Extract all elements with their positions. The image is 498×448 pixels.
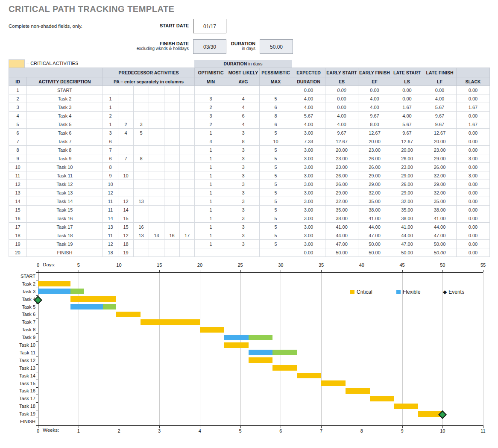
pa-cell[interactable]	[149, 180, 164, 189]
avg-cell[interactable]: 3	[227, 197, 260, 206]
pa-cell[interactable]	[180, 103, 195, 112]
max-cell[interactable]: 8	[260, 112, 292, 120]
pa-cell[interactable]	[118, 103, 134, 112]
pa-cell[interactable]	[180, 214, 195, 223]
pa-cell[interactable]: 19	[118, 248, 134, 257]
pa-cell[interactable]: 12	[103, 240, 118, 248]
avg-cell[interactable]: 3	[227, 206, 260, 214]
id-cell[interactable]: 18	[9, 231, 27, 240]
pa-cell[interactable]	[134, 180, 149, 189]
pa-cell[interactable]	[180, 206, 195, 214]
activity-cell[interactable]: Task 8	[27, 146, 103, 154]
pa-cell[interactable]: 9	[103, 171, 118, 180]
max-cell[interactable]: 5	[260, 180, 292, 189]
pa-cell[interactable]	[180, 112, 195, 120]
pa-cell[interactable]	[180, 189, 195, 197]
pa-cell[interactable]: 13	[134, 231, 149, 240]
pa-cell[interactable]	[164, 180, 180, 189]
pa-cell[interactable]: 1	[103, 103, 118, 112]
activity-cell[interactable]: Task 7	[27, 137, 103, 146]
activity-cell[interactable]: FINISH	[27, 248, 103, 257]
pa-cell[interactable]	[149, 206, 164, 214]
pa-cell[interactable]	[149, 223, 164, 231]
id-cell[interactable]: 14	[9, 197, 27, 206]
id-cell[interactable]: 4	[9, 112, 27, 120]
pa-cell[interactable]: 12	[118, 231, 134, 240]
pa-cell[interactable]	[149, 248, 164, 257]
min-cell[interactable]: 1	[195, 223, 227, 231]
min-cell[interactable]: 1	[195, 231, 227, 240]
pa-cell[interactable]	[164, 137, 180, 146]
pa-cell[interactable]	[118, 180, 134, 189]
pa-cell[interactable]	[118, 94, 134, 103]
pa-cell[interactable]: 11	[103, 206, 118, 214]
max-cell[interactable]: 5	[260, 129, 292, 137]
pa-cell[interactable]	[180, 137, 195, 146]
pa-cell[interactable]	[180, 223, 195, 231]
activity-cell[interactable]: Task 19	[27, 240, 103, 248]
min-cell[interactable]: 1	[195, 171, 227, 180]
activity-cell[interactable]: Task 13	[27, 189, 103, 197]
avg-cell[interactable]: 3	[227, 163, 260, 171]
pa-cell[interactable]	[180, 154, 195, 163]
pa-cell[interactable]	[164, 248, 180, 257]
id-cell[interactable]: 19	[9, 240, 27, 248]
pa-cell[interactable]	[149, 171, 164, 180]
pa-cell[interactable]	[180, 171, 195, 180]
pa-cell[interactable]: 17	[180, 231, 195, 240]
pa-cell[interactable]	[164, 197, 180, 206]
id-cell[interactable]: 6	[9, 129, 27, 137]
pa-cell[interactable]	[134, 103, 149, 112]
pa-cell[interactable]: 10	[103, 180, 118, 189]
pa-cell[interactable]	[149, 154, 164, 163]
pa-cell[interactable]	[118, 137, 134, 146]
pa-cell[interactable]	[118, 146, 134, 154]
pa-cell[interactable]	[164, 112, 180, 120]
pa-cell[interactable]: 12	[103, 189, 118, 197]
id-cell[interactable]: 12	[9, 180, 27, 189]
pa-cell[interactable]	[164, 129, 180, 137]
pa-cell[interactable]	[134, 112, 149, 120]
pa-cell[interactable]	[180, 197, 195, 206]
pa-cell[interactable]	[164, 171, 180, 180]
avg-cell[interactable]: 4	[227, 94, 260, 103]
pa-cell[interactable]: 16	[134, 223, 149, 231]
avg-cell[interactable]: 3	[227, 223, 260, 231]
max-cell[interactable]: 6	[260, 103, 292, 112]
activity-cell[interactable]: Task 9	[27, 154, 103, 163]
max-cell[interactable]: 5	[260, 146, 292, 154]
pa-cell[interactable]	[118, 189, 134, 197]
pa-cell[interactable]	[180, 240, 195, 248]
pa-cell[interactable]	[164, 223, 180, 231]
pa-cell[interactable]: 6	[103, 137, 118, 146]
min-cell[interactable]: 1	[195, 197, 227, 206]
max-cell[interactable]: 5	[260, 223, 292, 231]
pa-cell[interactable]	[149, 103, 164, 112]
pa-cell[interactable]: 18	[118, 240, 134, 248]
pa-cell[interactable]	[149, 94, 164, 103]
pa-cell[interactable]	[164, 103, 180, 112]
max-cell[interactable]: 5	[260, 189, 292, 197]
min-cell[interactable]: 3	[195, 94, 227, 103]
min-cell[interactable]: 1	[195, 189, 227, 197]
avg-cell[interactable]: 3	[227, 180, 260, 189]
pa-cell[interactable]	[134, 163, 149, 171]
id-cell[interactable]: 17	[9, 223, 27, 231]
id-cell[interactable]: 20	[9, 248, 27, 257]
id-cell[interactable]: 7	[9, 137, 27, 146]
activity-cell[interactable]: Task 4	[27, 112, 103, 120]
pa-cell[interactable]	[149, 112, 164, 120]
max-cell[interactable]: 5	[260, 94, 292, 103]
pa-cell[interactable]	[134, 137, 149, 146]
activity-cell[interactable]: Task 17	[27, 223, 103, 231]
id-cell[interactable]: 16	[9, 214, 27, 223]
pa-cell[interactable]: 14	[103, 214, 118, 223]
pa-cell[interactable]	[149, 197, 164, 206]
pa-cell[interactable]	[149, 163, 164, 171]
avg-cell[interactable]: 3	[227, 231, 260, 240]
pa-cell[interactable]	[134, 206, 149, 214]
id-cell[interactable]: 9	[9, 154, 27, 163]
pa-cell[interactable]: 15	[118, 223, 134, 231]
start-date-input[interactable]: 01/17	[193, 19, 226, 33]
pa-cell[interactable]: 1	[103, 120, 118, 129]
